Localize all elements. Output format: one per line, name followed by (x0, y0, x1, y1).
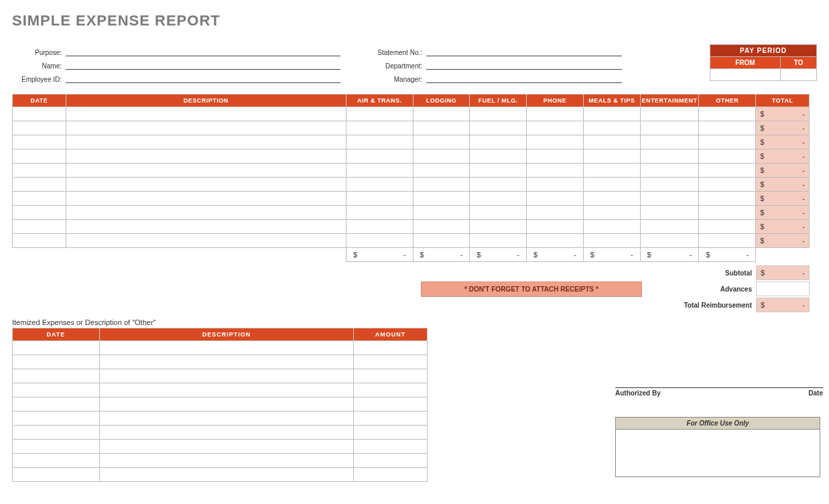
itemized-cell[interactable] (13, 426, 100, 440)
expense-cell[interactable] (640, 121, 699, 135)
expense-cell[interactable] (527, 164, 584, 178)
expense-cell[interactable] (583, 206, 640, 220)
expense-cell[interactable] (413, 220, 470, 234)
expense-cell[interactable] (640, 192, 699, 206)
itemized-cell[interactable] (99, 468, 353, 482)
expense-cell[interactable] (470, 206, 527, 220)
expense-cell[interactable] (66, 178, 346, 192)
expense-cell[interactable] (583, 178, 640, 192)
expense-cell[interactable] (699, 107, 756, 121)
input-name[interactable] (66, 60, 340, 70)
expense-cell[interactable] (66, 220, 346, 234)
expense-cell[interactable] (413, 234, 470, 248)
expense-cell[interactable] (470, 135, 527, 149)
input-manager[interactable] (426, 74, 622, 83)
itemized-cell[interactable] (13, 355, 100, 369)
itemized-cell[interactable] (354, 468, 428, 482)
expense-cell[interactable] (699, 234, 756, 248)
expense-cell[interactable] (699, 149, 756, 164)
expense-cell[interactable] (66, 234, 346, 248)
expense-cell[interactable] (346, 178, 413, 192)
input-purpose[interactable] (66, 47, 340, 56)
expense-cell[interactable] (583, 234, 640, 248)
itemized-cell[interactable] (13, 341, 100, 355)
itemized-cell[interactable] (99, 355, 353, 369)
itemized-cell[interactable] (99, 383, 353, 397)
expense-cell[interactable] (699, 121, 756, 135)
expense-cell[interactable] (66, 107, 346, 121)
expense-cell[interactable] (470, 178, 527, 192)
expense-cell[interactable] (583, 121, 640, 135)
pay-period-from-value[interactable] (710, 69, 781, 81)
expense-cell[interactable] (413, 135, 470, 149)
expense-cell[interactable] (527, 121, 584, 135)
expense-cell[interactable] (640, 135, 699, 149)
expense-cell[interactable] (527, 234, 584, 248)
expense-cell[interactable] (583, 135, 640, 149)
itemized-cell[interactable] (99, 341, 353, 355)
expense-cell[interactable] (413, 107, 470, 121)
expense-cell[interactable] (583, 220, 640, 234)
itemized-cell[interactable] (99, 412, 353, 426)
expense-cell[interactable] (13, 220, 66, 234)
expense-cell[interactable] (640, 206, 699, 220)
input-department[interactable] (426, 60, 622, 70)
input-statement[interactable] (426, 47, 622, 56)
itemized-cell[interactable] (13, 397, 100, 412)
expense-cell[interactable] (13, 107, 66, 121)
itemized-cell[interactable] (13, 440, 100, 454)
itemized-cell[interactable] (99, 454, 353, 468)
expense-cell[interactable] (66, 164, 346, 178)
expense-cell[interactable] (583, 164, 640, 178)
itemized-cell[interactable] (354, 341, 428, 355)
expense-cell[interactable] (13, 234, 66, 248)
itemized-cell[interactable] (354, 440, 428, 454)
value-advances[interactable] (756, 281, 810, 296)
expense-cell[interactable] (13, 149, 66, 164)
expense-cell[interactable] (66, 149, 346, 164)
office-body[interactable] (616, 430, 820, 477)
expense-cell[interactable] (640, 178, 699, 192)
expense-cell[interactable] (13, 192, 66, 206)
input-employee-id[interactable] (66, 74, 340, 83)
expense-cell[interactable] (470, 121, 527, 135)
expense-cell[interactable] (13, 121, 66, 135)
expense-cell[interactable] (640, 149, 699, 164)
expense-cell[interactable] (346, 206, 413, 220)
expense-cell[interactable] (699, 192, 756, 206)
expense-cell[interactable] (413, 121, 470, 135)
expense-cell[interactable] (66, 206, 346, 220)
itemized-cell[interactable] (13, 468, 100, 482)
itemized-cell[interactable] (13, 369, 100, 383)
expense-cell[interactable] (346, 192, 413, 206)
itemized-cell[interactable] (99, 440, 353, 454)
expense-cell[interactable] (640, 164, 699, 178)
itemized-cell[interactable] (13, 454, 100, 468)
itemized-cell[interactable] (354, 454, 428, 468)
expense-cell[interactable] (346, 164, 413, 178)
expense-cell[interactable] (66, 192, 346, 206)
expense-cell[interactable] (413, 206, 470, 220)
expense-cell[interactable] (470, 149, 527, 164)
itemized-cell[interactable] (13, 412, 100, 426)
expense-cell[interactable] (699, 164, 756, 178)
expense-cell[interactable] (470, 164, 527, 178)
expense-cell[interactable] (13, 135, 66, 149)
expense-cell[interactable] (13, 206, 66, 220)
expense-cell[interactable] (66, 135, 346, 149)
expense-cell[interactable] (346, 234, 413, 248)
expense-cell[interactable] (346, 220, 413, 234)
expense-cell[interactable] (346, 135, 413, 149)
expense-cell[interactable] (583, 107, 640, 121)
expense-cell[interactable] (527, 107, 584, 121)
expense-cell[interactable] (699, 206, 756, 220)
expense-cell[interactable] (346, 149, 413, 164)
expense-cell[interactable] (640, 234, 699, 248)
expense-cell[interactable] (13, 164, 66, 178)
itemized-cell[interactable] (354, 412, 428, 426)
itemized-cell[interactable] (354, 426, 428, 440)
itemized-cell[interactable] (99, 397, 353, 412)
expense-cell[interactable] (346, 107, 413, 121)
expense-cell[interactable] (527, 220, 584, 234)
expense-cell[interactable] (527, 178, 584, 192)
